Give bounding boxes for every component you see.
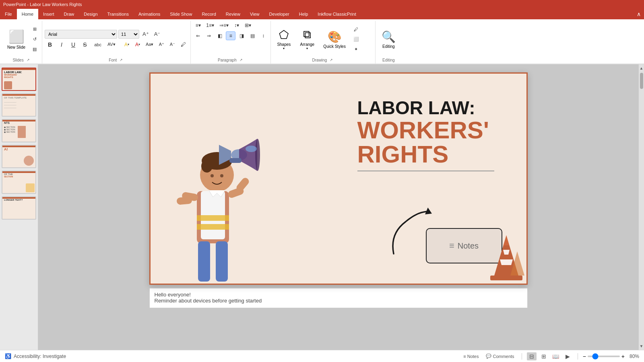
font-size-aa-btn[interactable]: A⁺ — [157, 40, 166, 49]
slides-launcher[interactable]: ↗ — [25, 58, 31, 62]
quick-styles-label: Quick Styles — [323, 44, 346, 49]
shape-fill-btn[interactable]: 🖊 — [351, 25, 361, 34]
change-case-btn[interactable]: Aa▾ — [144, 40, 155, 49]
clear-format-btn[interactable]: 🖊 — [178, 40, 188, 49]
editing-label: Editing — [382, 44, 395, 49]
bold-button[interactable]: B — [45, 40, 55, 49]
line-spacing-btn[interactable]: ↕▾ — [232, 21, 242, 30]
font-decrease-btn[interactable]: A⁻ — [152, 30, 163, 39]
font-group-label: Font — [109, 58, 117, 62]
slide-layout-btn[interactable]: ⊞ — [30, 25, 39, 34]
tab-inkflow[interactable]: Inkflow ClassicPrint — [313, 9, 361, 19]
char-spacing-btn[interactable]: AV▾ — [105, 40, 118, 49]
slide-thumb-4[interactable]: A! — [2, 145, 36, 168]
notes-view-btn[interactable]: ≡ Notes — [461, 352, 481, 360]
notes-text-area[interactable]: Hello everyone! Reminder about devices b… — [149, 288, 528, 308]
zoom-in-btn[interactable]: + — [621, 353, 625, 360]
slide-thumb-5[interactable]: OF THE SECTION — [2, 171, 36, 194]
slide-sorter-btn[interactable]: ⊞ — [539, 352, 549, 360]
arrange-icon: ⧉ — [303, 28, 311, 41]
ribbon-content: ⬜ New Slide ⊞ ↺ ▤ Slides ↗ Arial Calibri… — [0, 19, 644, 64]
reading-view-btn[interactable]: 📖 — [551, 352, 561, 360]
zoom-out-btn[interactable]: − — [583, 353, 586, 360]
tab-review[interactable]: Review — [221, 9, 245, 19]
drawing-group-label: Drawing — [312, 58, 327, 62]
font-increase-btn[interactable]: A⁺ — [140, 30, 151, 39]
numbering-btn[interactable]: 1≡▾ — [204, 21, 216, 30]
font-color-btn[interactable]: A▾ — [133, 40, 142, 49]
zoom-control: − + 80% — [583, 353, 639, 360]
ribbon-collapse-btn[interactable]: ∧ — [637, 11, 641, 17]
slide-thumb-6[interactable]: LONGER TEXT? — [2, 196, 36, 220]
text-highlight-btn[interactable]: A▾ — [122, 40, 132, 49]
align-center-btn[interactable]: ≡ — [226, 31, 235, 40]
font-launcher[interactable]: ↗ — [118, 58, 124, 62]
arrange-button[interactable]: ⧉ Arrange ▾ — [297, 23, 318, 56]
normal-view-btn[interactable]: ⊟ — [527, 352, 537, 360]
font-size-select[interactable]: 11 12 14 16 18 24 36 — [118, 30, 139, 39]
comments-view-btn[interactable]: 💬 Comments — [483, 352, 516, 360]
justify-btn[interactable]: ▤ — [248, 31, 257, 40]
font-name-row: Arial Calibri Times New Roman 11 12 14 1… — [45, 30, 162, 39]
italic-button[interactable]: I — [56, 40, 67, 49]
tab-animations[interactable]: Animations — [134, 9, 165, 19]
arrange-label: Arrange — [300, 42, 315, 47]
editing-button[interactable]: 🔍 Editing — [378, 23, 399, 56]
font-size-aa2-btn[interactable]: A⁻ — [167, 40, 177, 49]
tab-slideshow[interactable]: Slide Show — [165, 9, 197, 19]
scroll-up-arrow[interactable]: ▲ — [639, 65, 644, 71]
tab-draw[interactable]: Draw — [59, 9, 79, 19]
slide-thumb-3[interactable]: NTS ◼ SECTION◼ SECTION◼ SECTION — [2, 119, 36, 142]
tab-developer[interactable]: Developer — [264, 9, 294, 19]
status-sep1 — [522, 353, 522, 360]
quick-styles-icon: 🎨 — [328, 30, 342, 43]
increase-indent-btn[interactable]: ⇒ — [204, 31, 214, 40]
shapes-button[interactable]: ⬠ Shapes ▾ — [273, 23, 294, 56]
zoom-slider[interactable] — [588, 356, 620, 357]
tab-help[interactable]: Help — [294, 9, 313, 19]
strikethrough-button[interactable]: S — [80, 40, 90, 49]
arrow-annotation — [382, 185, 446, 259]
slideshow-btn[interactable]: ▶ — [563, 352, 573, 360]
tab-record[interactable]: Record — [197, 9, 221, 19]
columns-btn[interactable]: ⊞▾ — [243, 21, 253, 30]
scroll-down-arrow[interactable]: ▼ — [639, 343, 644, 349]
shape-effects-btn[interactable]: ✦ — [351, 45, 361, 54]
font-group: Arial Calibri Times New Roman 11 12 14 1… — [42, 21, 191, 64]
bullets-btn[interactable]: ≡▾ — [193, 21, 203, 30]
underline-button[interactable]: U — [68, 40, 78, 49]
quick-styles-button[interactable]: 🎨 Quick Styles — [320, 23, 349, 56]
slide-thumb-1[interactable]: LABOR LAW: WORKERS' RIGHTS — [2, 68, 36, 91]
shape-outline-btn[interactable]: ⬜ — [351, 35, 361, 44]
svg-point-9 — [201, 160, 213, 173]
scroll-thumb[interactable] — [640, 73, 643, 89]
tab-transitions[interactable]: Transitions — [103, 9, 134, 19]
shadow-button[interactable]: abc — [91, 40, 104, 49]
svg-rect-4 — [197, 224, 229, 230]
font-name-select[interactable]: Arial Calibri Times New Roman — [45, 30, 117, 39]
tab-insert[interactable]: Insert — [38, 9, 59, 19]
align-left-btn[interactable]: ◧ — [215, 31, 225, 40]
indent-btn[interactable]: ⇒≡▾ — [217, 21, 231, 30]
slide-thumb-2[interactable]: OF THIS TEMPLATE _______________________… — [2, 93, 36, 117]
tab-view[interactable]: View — [245, 9, 264, 19]
right-scrollbar[interactable]: ▲ ▼ — [638, 64, 644, 350]
tab-design[interactable]: Design — [79, 9, 102, 19]
notes-line1: Hello everyone! — [155, 292, 522, 298]
paragraph-launcher[interactable]: ↗ — [238, 58, 244, 62]
tab-file[interactable]: File — [0, 9, 17, 19]
slide-reset-btn[interactable]: ↺ — [30, 35, 39, 44]
decrease-indent-btn[interactable]: ⇐ — [193, 31, 203, 40]
accessibility-area[interactable]: ♿ Accessibility: Investigate — [5, 353, 66, 359]
tab-home[interactable]: Home — [17, 9, 38, 19]
arrange-dropdown-icon: ▾ — [306, 47, 308, 50]
new-slide-button[interactable]: ⬜ New Slide — [4, 23, 29, 56]
accessibility-icon: ♿ — [5, 353, 11, 359]
slide-section-btn[interactable]: ▤ — [30, 45, 39, 54]
align-right-btn[interactable]: ◨ — [237, 31, 246, 40]
text-direction-btn[interactable]: ↕ — [258, 31, 268, 40]
drawing-launcher[interactable]: ↗ — [328, 58, 334, 62]
drawing-group: ⬠ Shapes ▾ ⧉ Arrange ▾ 🎨 Quick Styles 🖊 … — [271, 21, 376, 64]
shapes-icon: ⬠ — [279, 28, 289, 41]
slide-canvas[interactable]: LABOR LAW: WORKERS' RIGHTS — [149, 72, 528, 285]
